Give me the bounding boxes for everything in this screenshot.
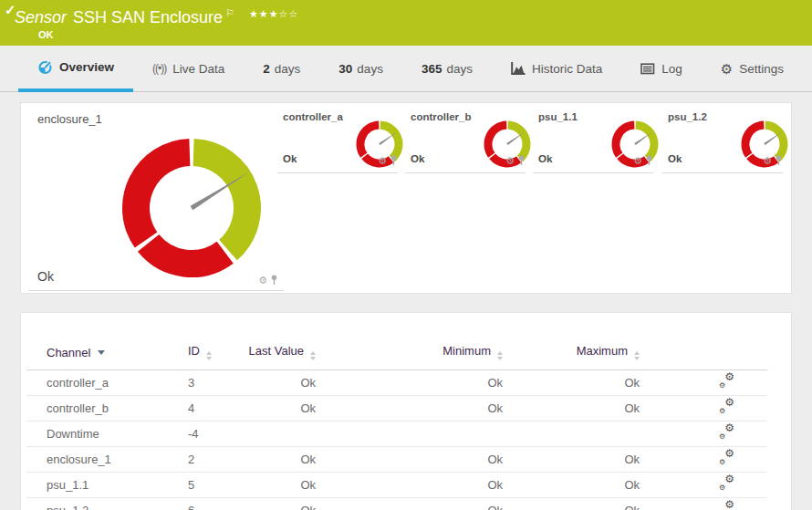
gauge-status: Ok xyxy=(538,153,552,164)
pin-icon[interactable] xyxy=(517,155,526,166)
cell-minimum: Ok xyxy=(316,473,503,498)
cell-minimum: Ok xyxy=(316,396,503,422)
stars-filled: ★★★ xyxy=(249,8,279,19)
pin-icon[interactable] xyxy=(270,275,278,286)
gauge-title: controller_b xyxy=(411,111,471,122)
tab-bar: Overview ((•)) Live Data 2 days 30 days … xyxy=(0,46,812,92)
cell-last-value: Ok xyxy=(243,473,316,498)
channel-row-psu-1-1: psu_1.1 5 Ok Ok Ok ⚙⚙ xyxy=(26,473,767,498)
gauge-panel-controller-b: controller_b Ok ⚙ xyxy=(405,105,526,173)
column-label: Channel xyxy=(47,346,90,359)
tab-live-data[interactable]: ((•)) Live Data xyxy=(133,46,244,91)
settings-gear-icon: ⚙ xyxy=(721,62,733,76)
gauge-panel-controller-a: controller_a Ok ⚙ xyxy=(277,105,398,173)
column-label: Last Value xyxy=(249,344,304,358)
panel-gear-icon[interactable]: ⚙ xyxy=(633,156,642,166)
channel-row-controller-b: controller_b 4 Ok Ok Ok ⚙⚙ xyxy=(26,396,767,422)
cell-last-value: Ok xyxy=(243,396,316,422)
tab-number: 2 xyxy=(263,62,270,76)
historic-chart-icon xyxy=(511,62,526,75)
gauge-status: Ok xyxy=(37,269,54,284)
panel-icon-group: ⚙ xyxy=(633,155,653,166)
tab-overview[interactable]: Overview xyxy=(18,46,133,92)
panel-gear-icon[interactable]: ⚙ xyxy=(258,276,267,286)
column-header-id[interactable]: ID xyxy=(188,338,243,370)
live-data-icon: ((•)) xyxy=(152,62,166,75)
column-header-maximum[interactable]: Maximum xyxy=(503,338,640,370)
tab-label: days xyxy=(446,62,473,76)
column-header-minimum[interactable]: Minimum xyxy=(316,338,503,370)
status-badge: OK xyxy=(38,29,812,40)
column-label: Minimum xyxy=(442,344,491,358)
sort-icon xyxy=(310,351,316,360)
sensor-title-line: SensorSSH SAN Enclosure⚐★★★☆☆ xyxy=(15,3,812,27)
priority-stars[interactable]: ★★★☆☆ xyxy=(249,8,298,19)
tab-label: days xyxy=(357,62,383,76)
panel-gear-icon[interactable]: ⚙ xyxy=(763,156,772,166)
column-header-settings xyxy=(640,338,767,370)
log-icon xyxy=(640,63,655,75)
channel-settings-icon[interactable]: ⚙⚙ xyxy=(719,477,734,491)
cell-minimum xyxy=(316,422,503,447)
sort-icon xyxy=(497,351,503,360)
tab-historic-data[interactable]: Historic Data xyxy=(492,46,621,91)
gauge-status: Ok xyxy=(411,153,424,164)
tab-label: Settings xyxy=(739,62,784,76)
cell-channel: Downtime xyxy=(26,422,188,447)
tab-365-days[interactable]: 365 days xyxy=(402,46,492,91)
stars-empty: ☆☆ xyxy=(279,8,299,19)
cell-last-value: Ok xyxy=(243,447,316,473)
tab-label: Historic Data xyxy=(532,62,602,76)
tab-2-days[interactable]: 2 days xyxy=(244,46,319,91)
cell-minimum: Ok xyxy=(316,498,503,510)
gauge-title: enclosure_1 xyxy=(37,112,102,126)
cell-maximum: Ok xyxy=(503,447,640,473)
ok-check-icon: ✓ xyxy=(5,2,16,18)
tab-30-days[interactable]: 30 days xyxy=(319,46,402,91)
pin-icon[interactable] xyxy=(775,155,783,166)
channel-row-enclosure-1: enclosure_1 2 Ok Ok Ok ⚙⚙ xyxy=(26,447,767,473)
tab-label: Live Data xyxy=(172,62,224,76)
column-label: Maximum xyxy=(577,344,628,358)
table-header-row: Channel ID Last Value Minimum Maximum xyxy=(26,338,767,370)
channel-settings-icon[interactable]: ⚙⚙ xyxy=(719,503,734,510)
cell-last-value: Ok xyxy=(243,498,316,510)
tab-settings[interactable]: ⚙ Settings xyxy=(702,46,803,91)
channels-table-panel: Channel ID Last Value Minimum Maximum co… xyxy=(20,312,792,510)
gauge-title: psu_1.2 xyxy=(668,111,707,122)
gauge-status: Ok xyxy=(283,153,297,164)
cell-channel: psu_1.2 xyxy=(26,498,188,510)
channel-settings-icon[interactable]: ⚙⚙ xyxy=(719,401,734,414)
channel-settings-icon[interactable]: ⚙⚙ xyxy=(719,426,734,440)
column-header-last-value[interactable]: Last Value xyxy=(243,338,316,370)
channel-settings-icon[interactable]: ⚙⚙ xyxy=(719,375,734,389)
pin-icon[interactable] xyxy=(645,155,653,166)
sort-icon xyxy=(634,351,640,360)
page-title: SSH SAN Enclosure xyxy=(73,8,223,26)
channels-table: Channel ID Last Value Minimum Maximum co… xyxy=(26,338,767,510)
tab-label: Overview xyxy=(59,60,114,74)
pin-icon[interactable] xyxy=(390,155,398,166)
cell-id: 5 xyxy=(188,473,243,498)
gauge-icon xyxy=(37,59,53,75)
panel-icon-group: ⚙ xyxy=(258,275,278,286)
sort-icon xyxy=(206,351,212,360)
gauge-panel-psu-1-1: psu_1.1 Ok ⚙ xyxy=(533,105,653,173)
flag-icon[interactable]: ⚐ xyxy=(225,7,234,18)
tab-label: Log xyxy=(661,62,682,76)
cell-minimum: Ok xyxy=(316,370,503,396)
gauge-panel-psu-1-2: psu_1.2 Ok ⚙ xyxy=(662,105,783,173)
channel-settings-icon[interactable]: ⚙⚙ xyxy=(719,452,734,465)
gauges-panel: enclosure_1 Ok ⚙ controller_a Ok ⚙ contr… xyxy=(20,102,792,294)
panel-gear-icon[interactable]: ⚙ xyxy=(505,156,515,166)
cell-last-value: Ok xyxy=(243,370,316,396)
channel-row-psu-1-2: psu_1.2 6 Ok Ok Ok ⚙⚙ xyxy=(26,498,767,510)
column-header-channel[interactable]: Channel xyxy=(26,338,188,370)
cell-channel: enclosure_1 xyxy=(26,447,188,473)
tab-log[interactable]: Log xyxy=(621,46,702,91)
panel-icon-group: ⚙ xyxy=(505,155,526,166)
panel-gear-icon[interactable]: ⚙ xyxy=(378,156,387,166)
cell-maximum xyxy=(503,422,640,447)
status-gauge xyxy=(114,130,269,286)
panel-icon-group: ⚙ xyxy=(763,155,783,166)
